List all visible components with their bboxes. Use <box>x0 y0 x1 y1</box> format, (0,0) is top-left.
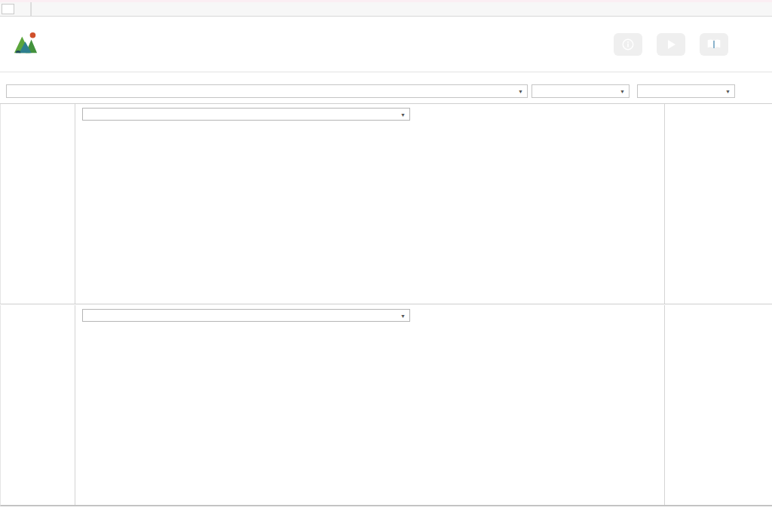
dropdown-caret-icon: ▼ <box>725 86 731 98</box>
scroll-tabs-left-icon[interactable] <box>16 2 31 16</box>
filter-bar: ▼ ▼ ▼ <box>0 73 772 104</box>
period-total-bar[interactable] <box>11 124 61 303</box>
info-button[interactable] <box>614 33 642 56</box>
header-buttons <box>614 33 728 56</box>
period-total-panel-bottom <box>1 305 75 505</box>
period-comparator-line <box>4 305 74 307</box>
sheet-list-menu-icon[interactable] <box>2 4 14 14</box>
measure-dropdown-bottom[interactable]: ▼ <box>82 309 410 322</box>
dashboard-header <box>0 17 772 72</box>
period-percent-backdrop-bar[interactable] <box>11 327 61 505</box>
guide-button[interactable] <box>700 33 728 56</box>
period-start-dropdown[interactable]: ▼ <box>532 84 630 98</box>
dropdown-caret-icon: ▼ <box>400 310 406 322</box>
period-end-dropdown[interactable]: ▼ <box>637 84 735 98</box>
play-icon <box>665 38 677 50</box>
dropdown-caret-icon: ▼ <box>620 86 625 98</box>
dropdown-caret-icon: ▼ <box>518 86 523 98</box>
sheet-tab-bar <box>0 2 772 17</box>
monthly-bars-bottom <box>82 349 657 505</box>
scroll-tabs-right-icon[interactable] <box>31 2 46 16</box>
rank-panel-top[interactable] <box>669 108 771 302</box>
info-icon <box>621 38 635 51</box>
app-logo-icon <box>13 30 38 59</box>
period-total-panel-top <box>1 104 75 304</box>
count-measure-section: ▼ <box>0 104 772 304</box>
percentage-measure-section: ▼ <box>0 305 772 506</box>
dropdown-caret-icon: ▼ <box>400 109 406 121</box>
monthly-bars-top <box>82 121 657 304</box>
footer <box>0 508 772 532</box>
rank-panel-bottom[interactable] <box>669 309 771 503</box>
count-measure-chart: ▼ <box>76 104 665 304</box>
percentage-measure-chart: ▼ <box>76 305 665 505</box>
play-button[interactable] <box>657 33 685 56</box>
open-book-icon <box>706 38 721 50</box>
measure-dropdown-top[interactable]: ▼ <box>82 108 410 121</box>
dashboard-root: ▼ ▼ ▼ ▼ <box>0 0 772 532</box>
provider-filter-dropdown[interactable]: ▼ <box>6 84 528 98</box>
